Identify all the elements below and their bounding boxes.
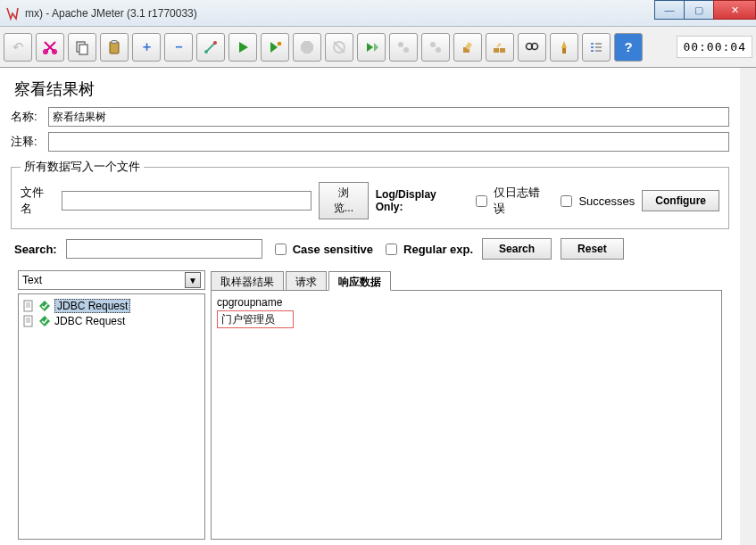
- response-header: cpgroupname: [217, 296, 716, 309]
- svg-point-12: [430, 42, 436, 47]
- only-errors-checkbox[interactable]: 仅日志错误: [472, 185, 550, 217]
- write-results-legend: 所有数据写入一个文件: [21, 159, 144, 175]
- renderer-combo[interactable]: Text ▼: [18, 270, 205, 290]
- renderer-value: Text: [22, 274, 42, 286]
- toggle-button[interactable]: [196, 33, 225, 62]
- window-minimize-button[interactable]: —: [654, 0, 685, 20]
- main-content: 察看结果树 名称: 注释: 所有数据写入一个文件 文件名 浏览... Log/D…: [0, 68, 756, 545]
- svg-point-13: [436, 47, 441, 53]
- browse-button[interactable]: 浏览...: [319, 182, 368, 219]
- success-icon: [38, 300, 51, 312]
- start-button[interactable]: [228, 33, 257, 62]
- search-button[interactable]: Search: [482, 238, 552, 260]
- configure-button[interactable]: Configure: [642, 190, 719, 211]
- function-helper-button[interactable]: [582, 33, 611, 62]
- window-close-button[interactable]: ✕: [713, 0, 756, 20]
- main-toolbar: ↶ ＋ －: [0, 27, 756, 68]
- comment-input[interactable]: [48, 132, 729, 152]
- svg-point-10: [398, 42, 403, 47]
- search-input[interactable]: [66, 239, 262, 259]
- add-button[interactable]: ＋: [132, 33, 161, 62]
- start-no-pause-button[interactable]: [261, 33, 289, 62]
- case-sensitive-text: Case sensitive: [293, 243, 373, 256]
- svg-rect-19: [562, 48, 566, 54]
- jmeter-app-icon: [5, 6, 20, 21]
- svg-point-11: [403, 47, 409, 53]
- success-icon: [38, 315, 51, 327]
- tab-request[interactable]: 请求: [286, 271, 327, 291]
- document-icon: [22, 300, 35, 312]
- remote-shutdown-button[interactable]: [421, 33, 450, 62]
- remove-button[interactable]: －: [164, 33, 193, 62]
- paste-button[interactable]: [100, 33, 129, 62]
- reset-button[interactable]: Reset: [561, 238, 624, 260]
- only-errors-box[interactable]: [476, 195, 487, 207]
- svg-rect-16: [500, 48, 505, 53]
- window-titlebar: mx) - Apache JMeter (3.1 r1770033) — ▢ ✕: [0, 0, 756, 27]
- clear-button[interactable]: [453, 33, 482, 62]
- remote-start-button[interactable]: [357, 33, 386, 62]
- name-label: 名称:: [11, 109, 48, 125]
- regex-box[interactable]: [386, 244, 397, 255]
- comment-label: 注释:: [11, 134, 48, 150]
- elapsed-timer: 00:00:04: [677, 36, 752, 58]
- tree-item-label: JDBC Request: [54, 299, 130, 313]
- svg-rect-15: [494, 48, 499, 53]
- chevron-down-icon[interactable]: ▼: [185, 272, 201, 288]
- remote-stop-button[interactable]: [389, 33, 418, 62]
- help-button[interactable]: ?: [614, 33, 643, 62]
- document-icon: [22, 315, 35, 327]
- cut-button[interactable]: [36, 33, 64, 62]
- response-data-panel: cpgroupname 门户管理员: [211, 290, 722, 540]
- only-errors-text: 仅日志错误: [494, 185, 550, 217]
- successes-checkbox[interactable]: Successes: [557, 193, 635, 210]
- regex-checkbox[interactable]: Regular exp.: [382, 241, 473, 258]
- log-display-label: Log/Display Only:: [376, 188, 465, 213]
- window-maximize-button[interactable]: ▢: [684, 0, 714, 20]
- successes-text: Successes: [578, 194, 635, 208]
- svg-rect-21: [24, 316, 32, 326]
- search-label: Search:: [14, 243, 57, 256]
- case-sensitive-checkbox[interactable]: Case sensitive: [271, 241, 373, 258]
- svg-rect-5: [112, 40, 117, 43]
- panel-title: 察看结果树: [14, 78, 729, 100]
- search-tree-button[interactable]: [518, 33, 546, 62]
- case-sensitive-box[interactable]: [275, 244, 287, 255]
- tab-response-data[interactable]: 响应数据: [328, 271, 391, 291]
- window-title: mx) - Apache JMeter (3.1 r1770033): [25, 7, 197, 20]
- undo-button[interactable]: ↶: [4, 33, 32, 62]
- successes-box[interactable]: [561, 195, 572, 207]
- name-input[interactable]: [48, 107, 729, 127]
- svg-point-6: [204, 50, 208, 54]
- svg-rect-3: [79, 45, 87, 54]
- filename-label: 文件名: [21, 185, 54, 217]
- stop-button[interactable]: [293, 33, 321, 62]
- tab-sampler-result[interactable]: 取样器结果: [211, 271, 284, 291]
- svg-point-8: [278, 41, 282, 45]
- svg-point-7: [213, 41, 217, 45]
- regex-text: Regular exp.: [403, 243, 473, 256]
- clear-all-button[interactable]: [486, 33, 514, 62]
- result-tabstrip: 取样器结果 请求 响应数据: [211, 270, 722, 290]
- shutdown-button[interactable]: [325, 33, 353, 62]
- results-tree[interactable]: JDBC Request JDBC Request: [18, 293, 205, 540]
- response-value: 门户管理员: [217, 310, 294, 328]
- tree-item[interactable]: JDBC Request: [21, 314, 203, 328]
- tree-item[interactable]: JDBC Request: [21, 298, 203, 314]
- copy-button[interactable]: [68, 33, 96, 62]
- write-results-group: 所有数据写入一个文件 文件名 浏览... Log/Display Only: 仅…: [11, 159, 729, 229]
- filename-input[interactable]: [62, 191, 312, 211]
- reset-search-button[interactable]: [550, 33, 578, 62]
- svg-rect-20: [24, 301, 32, 311]
- tree-item-label: JDBC Request: [54, 315, 125, 327]
